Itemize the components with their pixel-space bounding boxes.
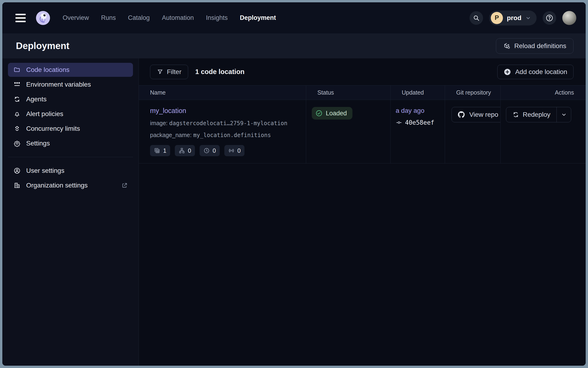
user-avatar[interactable] [562, 11, 576, 25]
deployment-switcher[interactable]: P prod [489, 10, 537, 26]
sidebar: Code locations Environment variables Age… [2, 58, 139, 366]
git-repository-cell: View repo [445, 100, 500, 163]
toolbar: Filter 1 code location Add code location [139, 58, 586, 85]
redeploy-menu-button[interactable] [556, 107, 571, 122]
nav-deployment[interactable]: Deployment [240, 14, 276, 21]
redeploy-split-button: Redeploy [506, 107, 571, 122]
nav-insights[interactable]: Insights [206, 14, 228, 21]
reload-definitions-label: Reload definitions [514, 42, 566, 50]
folder-icon [14, 66, 20, 73]
sidebar-item-label: Concurrency limits [26, 125, 80, 132]
definition-count-badges: 1 0 0 0 [150, 145, 306, 156]
table-header: Name Status Updated Git repository Actio… [139, 85, 586, 100]
sidebar-item-environment-variables[interactable]: Environment variables [8, 78, 133, 92]
jobs-icon [154, 147, 160, 154]
organization-icon [14, 182, 20, 189]
sidebar-item-alert-policies[interactable]: Alert policies [8, 107, 133, 121]
redeploy-label: Redeploy [523, 111, 550, 118]
table-row: my_location image: dagstercodelocati…275… [139, 100, 586, 164]
external-link-icon [121, 182, 128, 189]
code-location-count: 1 code location [195, 68, 245, 76]
commit-hash: 40e58eef [405, 119, 434, 126]
graphs-badge[interactable]: 0 [175, 145, 195, 156]
help-icon [545, 14, 553, 22]
filter-icon [157, 69, 163, 75]
concurrency-icon [14, 125, 20, 132]
sidebar-item-settings[interactable]: Settings [8, 136, 133, 150]
jobs-count: 1 [163, 147, 166, 154]
package-meta: package_name: my_location.definitions [150, 132, 306, 138]
view-repo-label: View repo [469, 111, 498, 118]
sensors-badge[interactable]: 0 [224, 145, 245, 156]
bell-icon [14, 110, 20, 118]
filter-button[interactable]: Filter [150, 65, 188, 79]
nav-automation[interactable]: Automation [162, 14, 194, 21]
sidebar-item-label: User settings [26, 167, 64, 175]
chevron-down-icon [525, 15, 531, 21]
package-label: package_name: [150, 132, 192, 138]
column-header-status: Status [306, 85, 390, 100]
app-window: Overview Runs Catalog Automation Insight… [2, 2, 586, 366]
package-value: my_location.definitions [193, 132, 271, 138]
actions-cell: Redeploy [500, 100, 586, 163]
sidebar-item-label: Alert policies [26, 110, 63, 118]
agents-icon [14, 96, 20, 103]
sidebar-item-user-settings[interactable]: User settings [8, 164, 133, 178]
main-area: Code locations Environment variables Age… [2, 58, 586, 366]
image-label: image: [150, 120, 168, 126]
sidebar-item-organization-settings[interactable]: Organization settings [8, 178, 133, 193]
sidebar-item-code-locations[interactable]: Code locations [8, 63, 133, 77]
user-icon [14, 167, 20, 174]
updated-cell: a day ago 40e58eef [390, 100, 445, 163]
primary-nav: Overview Runs Catalog Automation Insight… [63, 14, 276, 21]
nav-runs[interactable]: Runs [101, 14, 116, 21]
nav-overview[interactable]: Overview [63, 14, 89, 21]
column-header-git-repository: Git repository [445, 85, 500, 100]
graph-icon [179, 147, 185, 154]
name-cell: my_location image: dagstercodelocati…275… [139, 100, 306, 163]
deployment-initial-badge: P [491, 12, 503, 24]
commit-icon [396, 119, 402, 126]
chevron-down-icon [561, 112, 567, 118]
schedules-badge[interactable]: 0 [199, 145, 220, 156]
reload-definitions-button[interactable]: Reload definitions [496, 38, 574, 54]
filter-label: Filter [167, 68, 181, 76]
sidebar-item-concurrency-limits[interactable]: Concurrency limits [8, 122, 133, 136]
deployment-name: prod [507, 14, 522, 22]
dagster-logo[interactable] [36, 10, 50, 26]
add-code-location-button[interactable]: Add code location [497, 65, 574, 79]
schedules-count: 0 [213, 147, 216, 154]
column-header-name: Name [139, 85, 306, 100]
hamburger-menu-icon[interactable] [15, 14, 26, 22]
refresh-icon [512, 111, 519, 118]
redeploy-button[interactable]: Redeploy [506, 107, 556, 122]
sensor-icon [228, 147, 235, 154]
page-header: Deployment Reload definitions [2, 33, 586, 58]
sidebar-item-label: Agents [26, 95, 47, 103]
search-icon [473, 14, 480, 21]
github-icon [457, 111, 465, 119]
nav-catalog[interactable]: Catalog [128, 14, 150, 21]
commit-row: 40e58eef [396, 119, 445, 126]
add-code-location-label: Add code location [515, 68, 567, 76]
sidebar-item-label: Environment variables [26, 81, 91, 88]
reload-definitions-icon [503, 43, 510, 49]
top-nav: Overview Runs Catalog Automation Insight… [2, 2, 586, 33]
column-header-actions: Actions [500, 85, 586, 100]
help-button[interactable] [543, 11, 556, 25]
view-repo-button[interactable]: View repo [452, 107, 500, 122]
sidebar-divider [8, 157, 133, 157]
sidebar-item-agents[interactable]: Agents [8, 92, 133, 106]
updated-time-link[interactable]: a day ago [396, 107, 424, 114]
column-header-updated: Updated [390, 85, 445, 100]
top-nav-right: P prod [470, 10, 576, 26]
plus-circle-icon [504, 68, 511, 76]
schedule-icon [203, 147, 210, 154]
env-vars-icon [14, 81, 20, 88]
page-title: Deployment [16, 41, 69, 51]
search-button[interactable] [470, 11, 483, 25]
code-location-link[interactable]: my_location [150, 107, 186, 115]
status-cell: Loaded [306, 100, 390, 163]
content-area: Filter 1 code location Add code location… [139, 58, 586, 366]
jobs-badge[interactable]: 1 [150, 145, 170, 156]
